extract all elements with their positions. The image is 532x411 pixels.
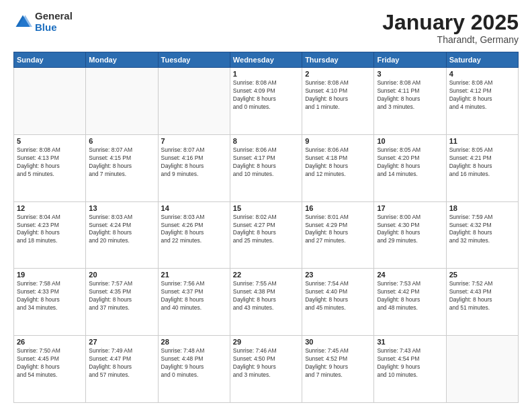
day-info: Sunrise: 7:49 AM Sunset: 4:47 PM Dayligh… — [89, 347, 154, 379]
title-block: January 2025 Tharandt, Germany — [382, 11, 519, 45]
calendar-cell: 4Sunrise: 8:08 AM Sunset: 4:12 PM Daylig… — [446, 68, 518, 135]
calendar-cell: 14Sunrise: 8:03 AM Sunset: 4:26 PM Dayli… — [158, 201, 230, 269]
weekday-header: Sunday — [14, 52, 86, 68]
day-number: 11 — [449, 137, 515, 145]
day-info: Sunrise: 7:53 AM Sunset: 4:42 PM Dayligh… — [377, 280, 443, 312]
calendar-cell: 31Sunrise: 7:43 AM Sunset: 4:54 PM Dayli… — [374, 336, 446, 403]
day-number: 28 — [161, 338, 227, 346]
day-info: Sunrise: 8:05 AM Sunset: 4:20 PM Dayligh… — [377, 146, 443, 179]
day-info: Sunrise: 8:00 AM Sunset: 4:30 PM Dayligh… — [377, 214, 443, 246]
day-number: 7 — [161, 137, 227, 145]
day-number: 6 — [89, 137, 154, 145]
logo: General Blue — [13, 11, 73, 33]
calendar-cell: 8Sunrise: 8:06 AM Sunset: 4:17 PM Daylig… — [230, 134, 302, 201]
day-info: Sunrise: 7:56 AM Sunset: 4:37 PM Dayligh… — [161, 280, 227, 312]
day-info: Sunrise: 7:46 AM Sunset: 4:50 PM Dayligh… — [233, 347, 299, 379]
day-number: 30 — [305, 338, 371, 346]
day-info: Sunrise: 8:05 AM Sunset: 4:21 PM Dayligh… — [449, 146, 515, 179]
location-subtitle: Tharandt, Germany — [382, 34, 519, 45]
day-number: 3 — [377, 70, 443, 78]
day-info: Sunrise: 7:52 AM Sunset: 4:43 PM Dayligh… — [449, 280, 515, 312]
weekday-row: SundayMondayTuesdayWednesdayThursdayFrid… — [14, 52, 519, 68]
day-number: 19 — [17, 271, 83, 279]
calendar-cell: 28Sunrise: 7:48 AM Sunset: 4:48 PM Dayli… — [158, 336, 230, 403]
weekday-header: Wednesday — [230, 52, 302, 68]
weekday-header: Tuesday — [158, 52, 230, 68]
calendar-cell: 12Sunrise: 8:04 AM Sunset: 4:23 PM Dayli… — [14, 201, 86, 269]
day-number: 14 — [161, 204, 227, 212]
day-info: Sunrise: 7:59 AM Sunset: 4:32 PM Dayligh… — [449, 214, 515, 246]
month-title: January 2025 — [382, 11, 519, 34]
day-info: Sunrise: 8:08 AM Sunset: 4:09 PM Dayligh… — [233, 79, 299, 111]
calendar-cell: 7Sunrise: 8:07 AM Sunset: 4:16 PM Daylig… — [158, 134, 230, 201]
calendar-cell: 30Sunrise: 7:45 AM Sunset: 4:52 PM Dayli… — [302, 336, 374, 403]
day-number: 25 — [449, 271, 515, 279]
calendar-cell: 26Sunrise: 7:50 AM Sunset: 4:45 PM Dayli… — [14, 336, 86, 403]
calendar-table: SundayMondayTuesdayWednesdayThursdayFrid… — [13, 52, 519, 403]
logo-blue-text: Blue — [35, 22, 73, 34]
day-info: Sunrise: 8:08 AM Sunset: 4:13 PM Dayligh… — [17, 146, 83, 179]
logo-icon — [13, 13, 32, 32]
day-number: 27 — [89, 338, 154, 346]
day-info: Sunrise: 7:43 AM Sunset: 4:54 PM Dayligh… — [377, 347, 443, 379]
day-number: 20 — [89, 271, 154, 279]
calendar-week-row: 1Sunrise: 8:08 AM Sunset: 4:09 PM Daylig… — [14, 68, 519, 135]
day-number: 16 — [305, 204, 371, 212]
day-info: Sunrise: 8:01 AM Sunset: 4:29 PM Dayligh… — [305, 214, 371, 246]
calendar-cell: 2Sunrise: 8:08 AM Sunset: 4:10 PM Daylig… — [302, 68, 374, 135]
calendar-cell: 6Sunrise: 8:07 AM Sunset: 4:15 PM Daylig… — [86, 134, 158, 201]
weekday-header: Thursday — [302, 52, 374, 68]
day-number: 10 — [377, 137, 443, 145]
day-number: 26 — [17, 338, 83, 346]
day-info: Sunrise: 8:08 AM Sunset: 4:11 PM Dayligh… — [377, 79, 443, 111]
calendar-cell: 11Sunrise: 8:05 AM Sunset: 4:21 PM Dayli… — [446, 134, 518, 201]
calendar-cell: 15Sunrise: 8:02 AM Sunset: 4:27 PM Dayli… — [230, 201, 302, 269]
calendar-cell — [86, 68, 158, 135]
logo-general-text: General — [35, 11, 73, 22]
day-info: Sunrise: 8:08 AM Sunset: 4:10 PM Dayligh… — [305, 79, 371, 111]
weekday-header: Monday — [86, 52, 158, 68]
calendar-cell: 23Sunrise: 7:54 AM Sunset: 4:40 PM Dayli… — [302, 269, 374, 336]
calendar-cell: 1Sunrise: 8:08 AM Sunset: 4:09 PM Daylig… — [230, 68, 302, 135]
calendar-week-row: 26Sunrise: 7:50 AM Sunset: 4:45 PM Dayli… — [14, 336, 519, 403]
day-number: 22 — [233, 271, 299, 279]
calendar-header: SundayMondayTuesdayWednesdayThursdayFrid… — [14, 52, 519, 68]
calendar-cell: 24Sunrise: 7:53 AM Sunset: 4:42 PM Dayli… — [374, 269, 446, 336]
calendar-week-row: 12Sunrise: 8:04 AM Sunset: 4:23 PM Dayli… — [14, 201, 519, 269]
day-number: 4 — [449, 70, 515, 78]
day-info: Sunrise: 8:06 AM Sunset: 4:18 PM Dayligh… — [305, 146, 371, 179]
calendar-cell: 29Sunrise: 7:46 AM Sunset: 4:50 PM Dayli… — [230, 336, 302, 403]
day-info: Sunrise: 8:03 AM Sunset: 4:24 PM Dayligh… — [89, 214, 154, 246]
calendar-cell: 25Sunrise: 7:52 AM Sunset: 4:43 PM Dayli… — [446, 269, 518, 336]
day-info: Sunrise: 7:57 AM Sunset: 4:35 PM Dayligh… — [89, 280, 154, 312]
day-info: Sunrise: 8:03 AM Sunset: 4:26 PM Dayligh… — [161, 214, 227, 246]
day-info: Sunrise: 8:07 AM Sunset: 4:15 PM Dayligh… — [89, 146, 154, 179]
calendar-cell: 20Sunrise: 7:57 AM Sunset: 4:35 PM Dayli… — [86, 269, 158, 336]
weekday-header: Saturday — [446, 52, 518, 68]
day-number: 21 — [161, 271, 227, 279]
calendar-week-row: 19Sunrise: 7:58 AM Sunset: 4:33 PM Dayli… — [14, 269, 519, 336]
header: General Blue January 2025 Tharandt, Germ… — [13, 11, 519, 45]
day-number: 23 — [305, 271, 371, 279]
calendar-cell: 22Sunrise: 7:55 AM Sunset: 4:38 PM Dayli… — [230, 269, 302, 336]
day-number: 31 — [377, 338, 443, 346]
day-number: 5 — [17, 137, 83, 145]
calendar-cell: 18Sunrise: 7:59 AM Sunset: 4:32 PM Dayli… — [446, 201, 518, 269]
calendar-cell: 27Sunrise: 7:49 AM Sunset: 4:47 PM Dayli… — [86, 336, 158, 403]
day-number: 18 — [449, 204, 515, 212]
calendar-cell: 19Sunrise: 7:58 AM Sunset: 4:33 PM Dayli… — [14, 269, 86, 336]
day-info: Sunrise: 7:45 AM Sunset: 4:52 PM Dayligh… — [305, 347, 371, 379]
calendar-cell: 17Sunrise: 8:00 AM Sunset: 4:30 PM Dayli… — [374, 201, 446, 269]
calendar-week-row: 5Sunrise: 8:08 AM Sunset: 4:13 PM Daylig… — [14, 134, 519, 201]
day-number: 13 — [89, 204, 154, 212]
calendar-cell — [158, 68, 230, 135]
calendar-cell: 21Sunrise: 7:56 AM Sunset: 4:37 PM Dayli… — [158, 269, 230, 336]
calendar-cell: 16Sunrise: 8:01 AM Sunset: 4:29 PM Dayli… — [302, 201, 374, 269]
calendar-cell — [446, 336, 518, 403]
logo-text: General Blue — [35, 11, 73, 33]
calendar-cell: 9Sunrise: 8:06 AM Sunset: 4:18 PM Daylig… — [302, 134, 374, 201]
calendar-cell: 10Sunrise: 8:05 AM Sunset: 4:20 PM Dayli… — [374, 134, 446, 201]
calendar-cell: 5Sunrise: 8:08 AM Sunset: 4:13 PM Daylig… — [14, 134, 86, 201]
page: General Blue January 2025 Tharandt, Germ… — [0, 0, 532, 411]
day-number: 2 — [305, 70, 371, 78]
